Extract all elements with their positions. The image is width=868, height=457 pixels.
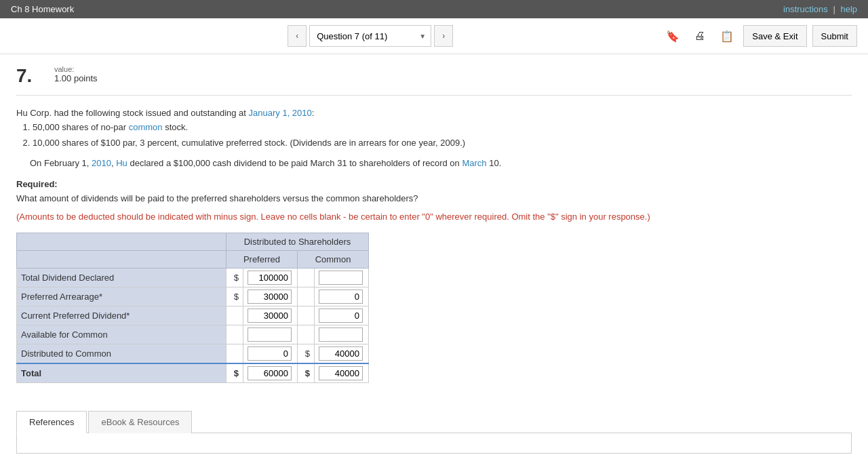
nav-right: 🔖 🖨 📋 Save & Exit Submit [662, 25, 857, 47]
table-row-label: Distributed to Common [17, 344, 226, 363]
year-highlight: 2010 [92, 158, 111, 168]
warning-text: (Amounts to be deducted should be indica… [16, 212, 852, 222]
bookmark-icon[interactable]: 🔖 [662, 25, 684, 47]
pref-dollar: $ [226, 287, 243, 306]
date-highlight: January 1, 2010 [249, 108, 312, 118]
question-intro: Hu Corp. had the following stock issued … [16, 106, 852, 150]
table-row-label: Total Dividend Declared [17, 268, 226, 287]
next-question-button[interactable]: › [434, 25, 453, 47]
prev-question-button[interactable]: ‹ [288, 25, 307, 47]
document-icon[interactable]: 📋 [716, 25, 738, 47]
pref-value[interactable] [243, 287, 298, 306]
comm-value[interactable] [315, 363, 369, 383]
dividend-table: Distributed to Shareholders Preferred Co… [16, 233, 369, 383]
comm-value[interactable] [315, 287, 369, 306]
comm-input[interactable] [319, 309, 363, 323]
tabs-bar: ReferenceseBook & Resources [16, 410, 852, 433]
top-bar: Ch 8 Homework instructions | help [0, 0, 868, 18]
content-area: 7. value: 1.00 points Hu Corp. had the f… [0, 54, 868, 457]
comm-dollar: $ [298, 363, 315, 383]
top-bar-links: instructions | help [783, 4, 857, 14]
pref-value[interactable] [243, 363, 298, 383]
comm-dollar [298, 268, 315, 287]
question-number: 7. [16, 65, 43, 87]
question-selector-wrapper: Question 7 (of 11) [309, 25, 431, 47]
table-row-label: Total [17, 363, 226, 383]
common-link-1: common [129, 122, 163, 132]
pref-value[interactable] [243, 325, 298, 344]
comm-input[interactable] [319, 290, 363, 304]
question-paragraph: On February 1, 2010, Hu declared a $100,… [16, 157, 852, 171]
pref-value[interactable] [243, 344, 298, 363]
question-body: Hu Corp. had the following stock issued … [16, 106, 852, 383]
required-section: Required: What amount of dividends will … [16, 179, 852, 222]
print-icon[interactable]: 🖨 [689, 25, 711, 47]
comm-input[interactable] [319, 271, 363, 285]
page-title: Ch 8 Homework [11, 4, 74, 14]
pref-input[interactable] [248, 309, 292, 323]
value-label: value: [54, 65, 98, 73]
help-link[interactable]: help [840, 4, 857, 14]
table-subheader-common: Common [298, 250, 369, 268]
tab-ebook-&-resources[interactable]: eBook & Resources [88, 411, 192, 433]
month-highlight: March [462, 158, 486, 168]
table-subheader-preferred: Preferred [226, 250, 298, 268]
pref-dollar: $ [226, 268, 243, 287]
comm-value[interactable] [315, 325, 369, 344]
intro-colon: : [312, 108, 315, 118]
tab-content-area [16, 433, 852, 454]
company-highlight: Hu [116, 158, 127, 168]
intro-paragraph: Hu Corp. had the following stock issued … [16, 106, 852, 121]
stock-list: 50,000 shares of no-par common stock. 10… [33, 121, 852, 151]
question-selector[interactable]: Question 7 (of 11) [309, 25, 431, 47]
question-meta: value: 1.00 points [54, 65, 98, 83]
comm-value[interactable] [315, 268, 369, 287]
pref-value[interactable] [243, 306, 298, 325]
pref-dollar [226, 325, 243, 344]
comm-value[interactable] [315, 344, 369, 363]
pref-input[interactable] [248, 346, 292, 361]
comm-input[interactable] [319, 346, 363, 361]
link-separator: | [833, 4, 835, 14]
question-nav: ‹ Question 7 (of 11) › [288, 25, 453, 47]
divider [16, 95, 852, 96]
comm-input[interactable] [319, 366, 363, 380]
comm-dollar [298, 325, 315, 344]
table-row-label: Available for Common [17, 325, 226, 344]
pref-value[interactable] [243, 268, 298, 287]
stock-item-1: 50,000 shares of no-par common stock. [33, 121, 852, 135]
stock-item-2: 10,000 shares of $100 par, 3 percent, cu… [33, 136, 852, 151]
comm-input[interactable] [319, 327, 363, 342]
comm-dollar [298, 287, 315, 306]
question-header: 7. value: 1.00 points [16, 65, 852, 87]
pref-dollar: $ [226, 363, 243, 383]
intro-text: Hu Corp. had the following stock issued … [16, 108, 249, 118]
pref-input[interactable] [248, 366, 292, 380]
pref-input[interactable] [248, 290, 292, 304]
table-subheader-label [17, 250, 226, 268]
pref-dollar [226, 344, 243, 363]
points-value: 1.00 points [54, 73, 98, 83]
table-header-label [17, 233, 226, 250]
save-exit-button[interactable]: Save & Exit [743, 25, 806, 47]
pref-input[interactable] [248, 271, 292, 285]
tab-references[interactable]: References [16, 411, 87, 433]
comm-dollar [298, 306, 315, 325]
question-ask: What amount of dividends will be paid to… [16, 192, 852, 206]
instructions-link[interactable]: instructions [783, 4, 828, 14]
table-row-label: Current Preferred Dividend* [17, 306, 226, 325]
nav-bar: ‹ Question 7 (of 11) › 🔖 🖨 📋 Save & Exit… [0, 18, 868, 54]
pref-input[interactable] [248, 327, 292, 342]
submit-button[interactable]: Submit [812, 25, 857, 47]
table-header-main: Distributed to Shareholders [226, 233, 369, 250]
comm-value[interactable] [315, 306, 369, 325]
table-row-label: Preferred Arrearage* [17, 287, 226, 306]
pref-dollar [226, 306, 243, 325]
required-label: Required: [16, 179, 852, 189]
comm-dollar: $ [298, 344, 315, 363]
